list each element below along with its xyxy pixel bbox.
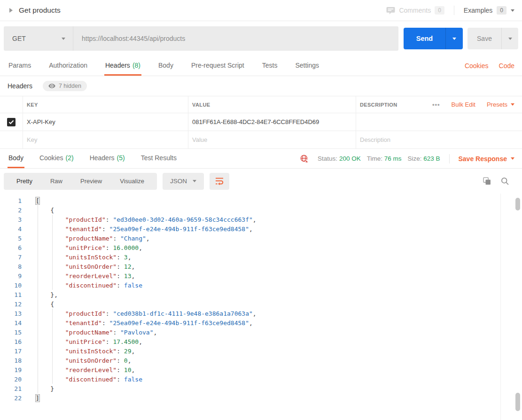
chevron-down-icon bbox=[193, 180, 196, 182]
headers-section-title: Headers bbox=[8, 82, 32, 90]
tab-body[interactable]: Body bbox=[157, 56, 174, 76]
send-options-button[interactable] bbox=[445, 28, 463, 49]
code-line: 6 "unitPrice": 16.0000, bbox=[0, 243, 522, 253]
save-button[interactable]: Save bbox=[467, 28, 501, 49]
save-response-dropdown[interactable]: Save Response bbox=[459, 155, 515, 163]
code-line: 8 "unitsOnOrder": 12, bbox=[0, 262, 522, 272]
send-split-button: Send bbox=[404, 28, 463, 49]
code-line: 1[ bbox=[0, 196, 522, 206]
hidden-headers-toggle[interactable]: 7 hidden bbox=[43, 81, 87, 91]
comments-button[interactable]: Comments 0 bbox=[386, 6, 444, 15]
header-value-cell[interactable]: 081FF61A-E688-4DC2-84E7-6CC8FFED4D69 bbox=[192, 118, 319, 125]
column-key: KEY bbox=[27, 102, 38, 108]
scrollbar-thumb[interactable] bbox=[515, 393, 520, 411]
code-line: 10 "discontinued": false bbox=[0, 281, 522, 290]
scrollbar-thumb[interactable] bbox=[515, 198, 520, 210]
indent-guide bbox=[52, 215, 53, 290]
comment-bubble-icon bbox=[386, 7, 395, 15]
divider bbox=[454, 6, 454, 15]
line-number: 18 bbox=[0, 356, 26, 366]
copy-button[interactable] bbox=[483, 177, 491, 185]
status-stat: Status: 200 OK bbox=[318, 155, 361, 162]
send-button[interactable]: Send bbox=[404, 28, 445, 49]
response-tab-headers[interactable]: Headers (5) bbox=[89, 149, 126, 168]
column-description: DESCRIPTION bbox=[360, 102, 397, 108]
examples-dropdown[interactable]: Examples 0 bbox=[464, 6, 514, 15]
header-row-placeholder: Key Value Description bbox=[0, 131, 522, 149]
header-row-checkbox[interactable] bbox=[7, 118, 16, 126]
view-mode-switch: Pretty Raw Preview Visualize bbox=[4, 173, 157, 190]
response-tab-test-results[interactable]: Test Results bbox=[140, 149, 178, 168]
line-number: 1 bbox=[0, 196, 26, 206]
search-button[interactable] bbox=[501, 177, 509, 185]
headers-section-header: Headers 7 hidden bbox=[0, 76, 522, 96]
format-select[interactable]: JSON bbox=[163, 173, 204, 190]
header-key-cell[interactable]: X-API-Key bbox=[27, 118, 55, 125]
code-line: 11 }, bbox=[0, 290, 522, 300]
line-number: 4 bbox=[0, 225, 26, 234]
headers-table: KEY VALUE DESCRIPTION ••• Bulk Edit Pres… bbox=[0, 96, 522, 149]
time-stat: Time: 76 ms bbox=[367, 155, 402, 162]
presets-dropdown[interactable]: Presets bbox=[487, 101, 514, 108]
response-tab-cookies[interactable]: Cookies (2) bbox=[39, 149, 75, 168]
indent-guide bbox=[52, 309, 53, 384]
code-line: 22] bbox=[0, 394, 522, 403]
mode-pretty[interactable]: Pretty bbox=[8, 178, 41, 185]
headers-table-head: KEY VALUE DESCRIPTION ••• Bulk Edit Pres… bbox=[0, 96, 522, 113]
request-title-bar: Get products Comments 0 Examples 0 bbox=[0, 0, 522, 21]
value-placeholder[interactable]: Value bbox=[192, 136, 207, 143]
examples-label: Examples bbox=[464, 7, 492, 14]
line-number: 2 bbox=[0, 206, 26, 215]
response-tabs-bar: Body Cookies (2) Headers (5) Test Result… bbox=[0, 149, 522, 169]
column-value: VALUE bbox=[192, 102, 210, 108]
line-number: 5 bbox=[0, 234, 26, 243]
line-number: 17 bbox=[0, 347, 26, 356]
method-select[interactable]: GET bbox=[4, 26, 73, 51]
description-placeholder[interactable]: Description bbox=[360, 136, 390, 143]
save-options-button[interactable] bbox=[501, 28, 518, 49]
code-line: 14 "tenantId": "25ea09ef-e24e-494b-911f-… bbox=[0, 319, 522, 328]
size-value: 623 B bbox=[423, 155, 440, 162]
line-number: 8 bbox=[0, 262, 26, 272]
tab-settings[interactable]: Settings bbox=[294, 56, 320, 76]
response-body-editor[interactable]: 1[2 {3 "productId": "ed3d0ee0-3d02-460a-… bbox=[0, 194, 522, 420]
mode-visualize[interactable]: Visualize bbox=[111, 178, 153, 185]
mode-preview[interactable]: Preview bbox=[71, 178, 111, 185]
method-url-group: GET bbox=[4, 26, 398, 51]
time-value: 76 ms bbox=[384, 155, 402, 162]
divider bbox=[449, 154, 450, 163]
more-options-button[interactable]: ••• bbox=[432, 101, 440, 108]
line-number: 12 bbox=[0, 300, 26, 309]
key-placeholder[interactable]: Key bbox=[27, 136, 37, 143]
code-line: 15 "productName": "Pavlova", bbox=[0, 328, 522, 337]
line-number: 7 bbox=[0, 253, 26, 262]
url-input[interactable] bbox=[73, 26, 398, 51]
hidden-headers-label: 7 hidden bbox=[59, 83, 81, 89]
wrap-lines-icon bbox=[215, 177, 224, 185]
tab-tests[interactable]: Tests bbox=[261, 56, 279, 76]
line-number: 11 bbox=[0, 290, 26, 300]
response-tab-body[interactable]: Body bbox=[8, 149, 24, 168]
tab-headers[interactable]: Headers (8) bbox=[104, 56, 141, 76]
code-link[interactable]: Code bbox=[499, 62, 514, 70]
tab-pre-request-script[interactable]: Pre-request Script bbox=[190, 56, 245, 76]
chevron-down-icon bbox=[508, 38, 512, 40]
cookies-link[interactable]: Cookies bbox=[465, 62, 489, 70]
network-error-icon[interactable] bbox=[300, 155, 309, 163]
code-line: 5 "productName": "Chang", bbox=[0, 234, 522, 243]
wrap-lines-button[interactable] bbox=[210, 173, 229, 190]
line-number: 6 bbox=[0, 243, 26, 253]
bulk-edit-link[interactable]: Bulk Edit bbox=[452, 101, 475, 108]
code-line: 20 "discontinued": false bbox=[0, 375, 522, 384]
tab-authorization[interactable]: Authorization bbox=[48, 56, 88, 76]
mode-raw[interactable]: Raw bbox=[41, 178, 71, 185]
tab-params[interactable]: Params bbox=[8, 56, 32, 76]
line-number: 16 bbox=[0, 337, 26, 347]
code-line: 3 "productId": "ed3d0ee0-3d02-460a-9659-… bbox=[0, 215, 522, 225]
code-line: 16 "unitPrice": 17.4500, bbox=[0, 337, 522, 347]
line-number: 10 bbox=[0, 281, 26, 290]
chevron-down-icon bbox=[511, 157, 514, 160]
collapse-caret-icon[interactable] bbox=[9, 8, 13, 13]
save-split-button: Save bbox=[467, 28, 518, 49]
line-number: 15 bbox=[0, 328, 26, 337]
